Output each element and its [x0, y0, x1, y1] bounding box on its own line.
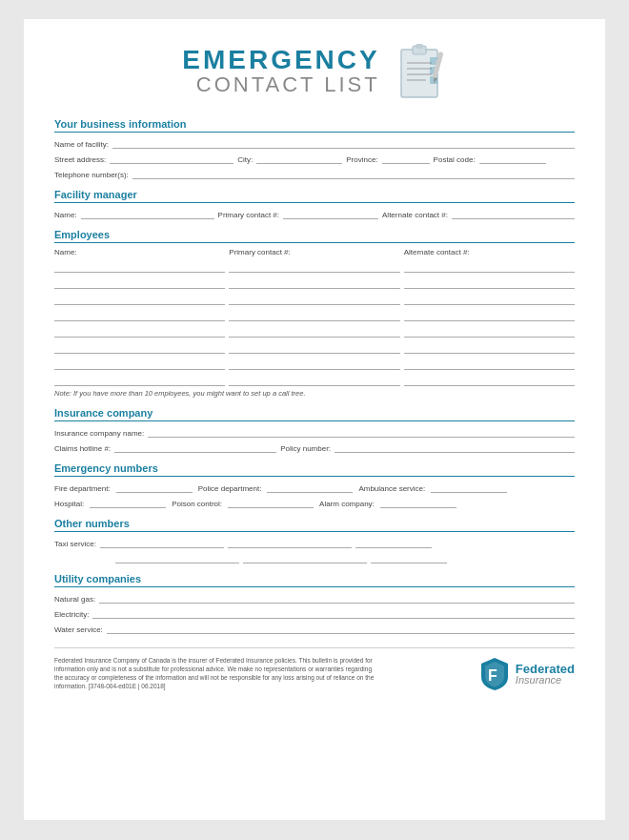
input-postal[interactable] [479, 153, 546, 164]
input-policy[interactable] [335, 441, 575, 453]
label-gas: Natural gas: [54, 595, 95, 604]
clipboard-icon [396, 42, 447, 101]
input-hospital[interactable] [90, 497, 166, 508]
label-telephone: Telephone number(s): [54, 171, 129, 179]
row-claims: Claims hotline #: Policy number: [54, 441, 575, 453]
label-manager-primary: Primary contact #: [218, 211, 279, 219]
section-employees: Employees Name: Primary contact #: Alter… [54, 229, 575, 398]
emp-name-7[interactable] [54, 357, 225, 370]
input-taxi-3[interactable] [355, 537, 432, 548]
emp-primary-5[interactable] [229, 324, 399, 338]
label-claims: Claims hotline #: [54, 444, 111, 453]
row-street: Street address: City: Province: Postal c… [54, 153, 575, 164]
label-hospital: Hospital: [54, 500, 84, 508]
emp-name-8[interactable] [54, 373, 225, 386]
emp-alternate-5[interactable] [404, 324, 575, 338]
emp-alternate-6[interactable] [404, 340, 575, 354]
emp-name-6[interactable] [54, 340, 225, 354]
input-alarm[interactable] [380, 497, 457, 508]
emp-primary-6[interactable] [229, 340, 399, 354]
input-water[interactable] [107, 623, 575, 634]
employees-header: Name: Primary contact #: Alternate conta… [54, 248, 575, 256]
label-name-facility: Name of facility: [54, 140, 109, 149]
section-other-numbers: Other numbers Taxi service: [54, 518, 575, 563]
emp-name-3[interactable] [54, 292, 225, 305]
employee-row [54, 259, 575, 273]
row-hospital-poison-alarm: Hospital: Poison control: Alarm company: [54, 497, 575, 508]
label-insurance-name: Insurance company name: [54, 429, 144, 438]
svg-text:F: F [488, 667, 497, 684]
header-title: EMERGENCY CONTACT LIST [182, 47, 379, 96]
section-other-title: Other numbers [54, 518, 575, 532]
input-police[interactable] [267, 481, 353, 493]
employee-row [54, 357, 575, 370]
emp-name-5[interactable] [54, 324, 225, 338]
input-fire[interactable] [116, 481, 193, 493]
row-insurance-name: Insurance company name: [54, 426, 575, 438]
emp-primary-1[interactable] [229, 259, 399, 273]
input-other1-3[interactable] [371, 552, 447, 563]
input-manager-name[interactable] [81, 208, 214, 219]
label-postal: Postal code: [434, 155, 476, 164]
input-taxi-2[interactable] [228, 537, 352, 548]
emp-name-1[interactable] [54, 259, 225, 273]
emp-alternate-1[interactable] [404, 259, 575, 273]
section-business: Your business information Name of facili… [54, 118, 575, 179]
employees-col-primary: Primary contact #: [229, 248, 399, 256]
input-poison[interactable] [228, 497, 314, 508]
label-manager-alternate: Alternate contact #: [382, 211, 448, 219]
section-insurance: Insurance company Insurance company name… [54, 407, 575, 453]
input-manager-alternate[interactable] [452, 208, 575, 219]
input-insurance-name[interactable] [148, 426, 575, 438]
section-insurance-title: Insurance company [54, 407, 575, 421]
section-facility-title: Facility manager [54, 189, 575, 203]
employee-row [54, 324, 575, 338]
emp-primary-4[interactable] [229, 308, 399, 321]
emp-alternate-8[interactable] [404, 373, 575, 386]
row-taxi: Taxi service: [54, 537, 575, 548]
label-taxi: Taxi service: [54, 540, 96, 548]
input-claims[interactable] [114, 441, 276, 453]
section-utility-title: Utility companies [54, 573, 575, 587]
input-street[interactable] [110, 153, 233, 164]
emp-primary-7[interactable] [229, 357, 399, 370]
row-electricity: Electricity: [54, 607, 575, 619]
emp-primary-8[interactable] [229, 373, 399, 386]
input-name-facility[interactable] [112, 137, 575, 149]
section-facility-manager: Facility manager Name: Primary contact #… [54, 189, 575, 219]
input-province[interactable] [382, 153, 430, 164]
page-header: EMERGENCY CONTACT LIST [54, 42, 575, 101]
row-gas: Natural gas: [54, 592, 575, 604]
emp-primary-2[interactable] [229, 276, 399, 289]
row-water: Water service: [54, 623, 575, 634]
logo-insurance: Insurance [516, 675, 575, 686]
input-manager-primary[interactable] [283, 208, 378, 219]
footer: Federated Insurance Company of Canada is… [54, 647, 575, 692]
input-city[interactable] [256, 153, 342, 164]
row-other-1 [54, 552, 575, 563]
emp-alternate-2[interactable] [404, 276, 575, 289]
input-taxi-1[interactable] [100, 537, 224, 548]
input-other1-1[interactable] [115, 552, 239, 563]
label-fire: Fire department: [54, 484, 111, 493]
label-manager-name: Name: [54, 211, 77, 219]
employees-note: Note: If you have more than 10 employees… [54, 389, 575, 398]
input-ambulance[interactable] [431, 481, 507, 493]
emp-name-2[interactable] [54, 276, 225, 289]
section-business-title: Your business information [54, 118, 575, 133]
emp-alternate-4[interactable] [404, 308, 575, 321]
emp-primary-3[interactable] [229, 292, 399, 305]
input-telephone[interactable] [132, 168, 575, 179]
emp-alternate-7[interactable] [404, 357, 575, 370]
employees-col-alternate: Alternate contact #: [404, 248, 575, 256]
label-electricity: Electricity: [54, 610, 89, 619]
logo-text: Federated Insurance [516, 663, 575, 686]
emp-name-4[interactable] [54, 308, 225, 321]
input-electricity[interactable] [92, 607, 575, 619]
row-manager: Name: Primary contact #: Alternate conta… [54, 208, 575, 219]
employee-row [54, 308, 575, 321]
input-other1-2[interactable] [243, 552, 367, 563]
emp-alternate-3[interactable] [404, 292, 575, 305]
input-gas[interactable] [99, 592, 575, 604]
row-telephone: Telephone number(s): [54, 168, 575, 179]
